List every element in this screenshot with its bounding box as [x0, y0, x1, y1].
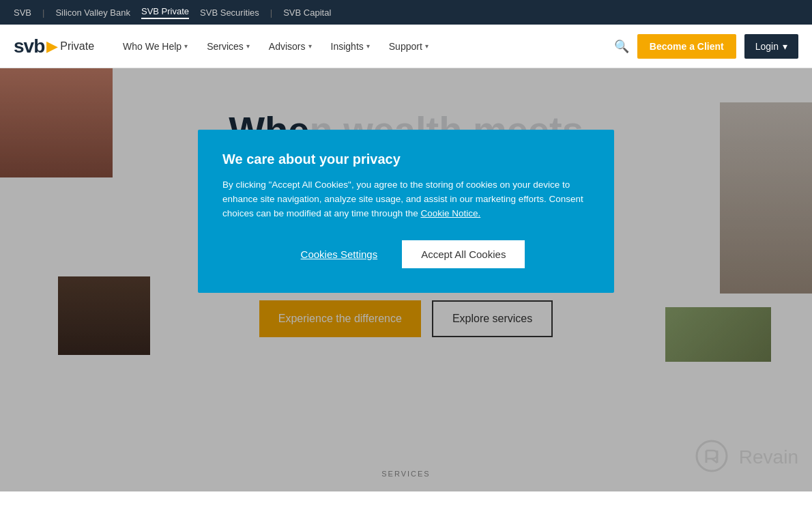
nav-support[interactable]: Support ▾ [381, 35, 437, 57]
search-icon[interactable]: 🔍 [614, 39, 629, 54]
topbar-divider-1: | [42, 8, 44, 18]
cookie-notice-link[interactable]: Cookie Notice. [420, 208, 480, 218]
become-client-button[interactable]: Become a Client [637, 34, 736, 59]
topbar-svb-capital[interactable]: SVB Capital [283, 8, 331, 18]
chevron-down-icon: ▾ [783, 41, 787, 52]
chevron-down-icon: ▾ [184, 42, 188, 50]
topbar-silicon-valley-bank[interactable]: Silicon Valley Bank [55, 8, 130, 18]
chevron-down-icon: ▾ [366, 42, 370, 50]
nav-services[interactable]: Services ▾ [199, 35, 258, 57]
chevron-down-icon: ▾ [425, 42, 429, 50]
login-button[interactable]: Login ▾ [744, 34, 798, 59]
nav-advisors[interactable]: Advisors ▾ [261, 35, 320, 57]
chevron-down-icon: ▾ [308, 42, 312, 50]
logo-svb-text: svb [14, 35, 44, 57]
top-bar: SVB | Silicon Valley Bank SVB Private SV… [0, 0, 812, 25]
nav-right: 🔍 Become a Client Login ▾ [614, 34, 798, 59]
cookie-modal: We care about your privacy By clicking "… [198, 130, 614, 293]
nav-insights[interactable]: Insights ▾ [323, 35, 378, 57]
hero-section: When wealth meets your professional life… [0, 68, 812, 491]
logo-arrow-icon: ▶ [46, 38, 58, 55]
chevron-down-icon: ▾ [246, 42, 250, 50]
cookies-settings-button[interactable]: Cookies Settings [287, 240, 392, 268]
topbar-svb-private[interactable]: SVB Private [141, 6, 189, 19]
logo-private-text: Private [60, 40, 94, 53]
cookie-actions: Cookies Settings Accept All Cookies [222, 240, 590, 268]
cookie-text: By clicking "Accept All Cookies", you ag… [222, 178, 590, 221]
cookie-title: We care about your privacy [222, 152, 590, 167]
nav-who-we-help[interactable]: Who We Help ▾ [115, 35, 196, 57]
accept-all-cookies-button[interactable]: Accept All Cookies [402, 240, 525, 268]
nav-links: Who We Help ▾ Services ▾ Advisors ▾ Insi… [115, 35, 614, 57]
topbar-svb-securities[interactable]: SVB Securities [200, 8, 259, 18]
topbar-svb[interactable]: SVB [14, 8, 31, 18]
topbar-divider-2: | [270, 8, 272, 18]
logo[interactable]: svb ▶ Private [14, 35, 94, 57]
cookie-overlay: We care about your privacy By clicking "… [0, 68, 812, 491]
main-nav: svb ▶ Private Who We Help ▾ Services ▾ A… [0, 25, 812, 68]
